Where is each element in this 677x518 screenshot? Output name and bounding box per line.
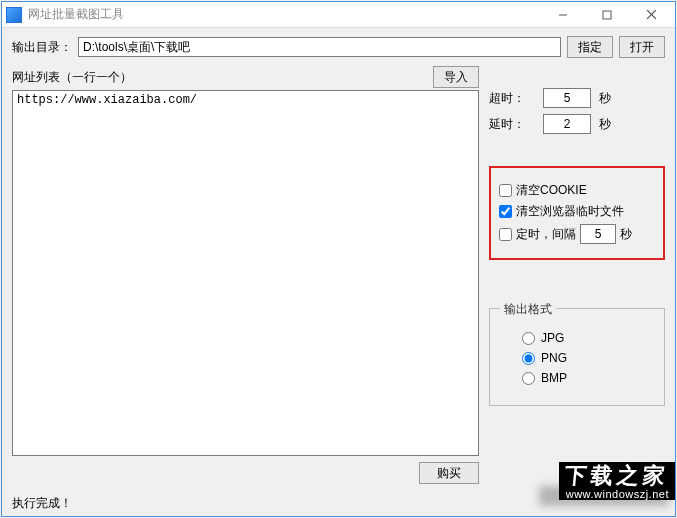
clear-cookie-checkbox[interactable] (499, 184, 512, 197)
set-dir-button[interactable]: 指定 (567, 36, 613, 58)
run-button-truncated[interactable]: 执 (631, 464, 665, 488)
status-text: 执行完成！ (12, 496, 72, 510)
delay-unit: 秒 (599, 116, 611, 133)
open-dir-button[interactable]: 打开 (619, 36, 665, 58)
url-list-label: 网址列表（一行一个） (12, 69, 433, 86)
timer-interval-input[interactable] (580, 224, 616, 244)
output-dir-label: 输出目录： (12, 39, 72, 56)
maximize-button[interactable] (585, 3, 629, 27)
timeout-label: 超时： (489, 90, 537, 107)
svg-rect-1 (603, 11, 611, 19)
window-title: 网址批量截图工具 (28, 6, 124, 23)
output-format-legend: 输出格式 (500, 301, 556, 318)
format-jpg-radio[interactable] (522, 332, 535, 345)
format-png-label[interactable]: PNG (541, 351, 567, 365)
buy-button[interactable]: 购买 (419, 462, 479, 484)
url-list-textarea[interactable]: https://www.xiazaiba.com/ (13, 91, 478, 455)
timer-label[interactable]: 定时，间隔 (516, 226, 576, 243)
timeout-unit: 秒 (599, 90, 611, 107)
format-bmp-radio[interactable] (522, 372, 535, 385)
timer-unit: 秒 (620, 226, 632, 243)
format-bmp-label[interactable]: BMP (541, 371, 567, 385)
titlebar: 网址批量截图工具 (2, 2, 675, 28)
import-button[interactable]: 导入 (433, 66, 479, 88)
delay-input[interactable] (543, 114, 591, 134)
minimize-button[interactable] (541, 3, 585, 27)
output-format-group: 输出格式 JPG PNG BMP (489, 308, 665, 406)
format-png-radio[interactable] (522, 352, 535, 365)
clear-temp-label[interactable]: 清空浏览器临时文件 (516, 203, 624, 220)
clear-cookie-label[interactable]: 清空COOKIE (516, 182, 587, 199)
status-bar: 执行完成！ (2, 492, 675, 516)
clear-temp-checkbox[interactable] (499, 205, 512, 218)
options-group: 清空COOKIE 清空浏览器临时文件 定时，间隔 秒 (489, 166, 665, 260)
output-dir-input[interactable] (78, 37, 561, 57)
close-button[interactable] (629, 3, 673, 27)
delay-label: 延时： (489, 116, 537, 133)
app-icon (6, 7, 22, 23)
timeout-input[interactable] (543, 88, 591, 108)
timer-checkbox[interactable] (499, 228, 512, 241)
format-jpg-label[interactable]: JPG (541, 331, 564, 345)
